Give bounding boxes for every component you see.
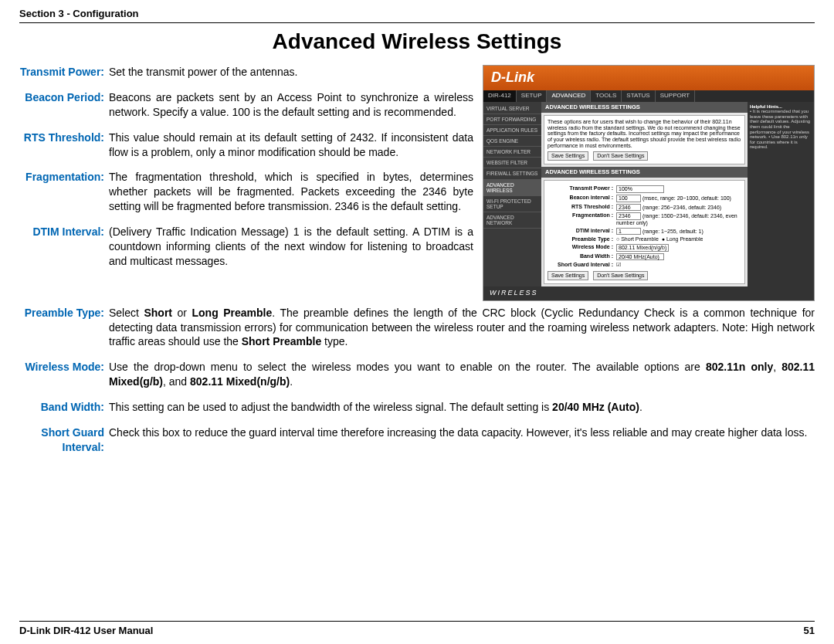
f-rts-v: 2346: [616, 204, 641, 212]
router-screenshot: D-Link DIR-412 SETUP ADVANCED TOOLS STAT…: [483, 65, 815, 301]
label-dtim-interval: DTIM Interval:: [19, 225, 109, 269]
label-fragmentation: Fragmentation:: [19, 170, 109, 214]
desc-fragmentation: The fragmentation threshold, which is sp…: [109, 170, 473, 214]
nav-tools: TOOLS: [591, 90, 622, 102]
hints-body: • It is recommended that you leave these…: [750, 109, 812, 150]
f-fr-v: 2346: [616, 212, 641, 220]
f-wm-l: Wireless Mode :: [548, 244, 616, 252]
f-tp-v: 100%: [616, 185, 664, 193]
shot-save-btn: Save Settings: [548, 151, 588, 161]
label-transmit-power: Transmit Power:: [19, 65, 109, 80]
label-rts-threshold: RTS Threshold:: [19, 130, 109, 160]
f-bi-l: Beacon interval :: [548, 195, 616, 202]
side-item: VIRTUAL SERVER: [483, 103, 541, 114]
side-item: ADVANCED NETWORK: [483, 212, 541, 229]
nav-support: SUPPORT: [656, 90, 696, 102]
footer-page: 51: [804, 625, 815, 636]
nav-setup: SETUP: [517, 90, 548, 102]
side-item-selected: ADVANCED WIRELESS: [483, 180, 541, 196]
side-item: NETWORK FILTER: [483, 147, 541, 158]
footer-manual: D-Link DIR-412 User Manual: [19, 625, 153, 636]
f-dt-l: DTIM interval :: [548, 228, 616, 236]
side-item: QOS ENGINE: [483, 136, 541, 147]
f-rts-l: RTS Threshold :: [548, 204, 616, 212]
f-tp-l: Transmit Power :: [548, 185, 616, 193]
desc-preamble-type: Select Short or Long Preamble. The pream…: [109, 306, 815, 350]
shot-footer: WIRELESS: [483, 286, 814, 300]
desc-band-width: This setting can be used to adjust the b…: [109, 400, 815, 415]
f-dt-v: 1: [616, 228, 641, 236]
f-rts-h: (range: 256~2346, default: 2346): [642, 205, 721, 210]
label-short-guard: Short GuardInterval:: [19, 425, 109, 455]
label-preamble-type: Preamble Type:: [19, 306, 109, 350]
label-band-width: Band Width:: [19, 400, 109, 415]
nav-advanced: ADVANCED: [547, 90, 591, 102]
shot-sidebar: VIRTUAL SERVER PORT FORWARDING APPLICATI…: [483, 102, 541, 286]
desc-transmit-power: Set the transmit power of the antennas.: [109, 65, 473, 80]
side-item: PORT FORWARDING: [483, 114, 541, 125]
label-wireless-mode: Wireless Mode:: [19, 360, 109, 389]
side-item: APPLICATION RULES: [483, 125, 541, 136]
f-bi-h: (msec, range: 20~1000, default: 100): [642, 195, 731, 201]
top-rule: [19, 22, 815, 23]
side-item: WI-FI PROTECTED SETUP: [483, 196, 541, 212]
desc-rts-threshold: This value should remain at its default …: [109, 130, 473, 160]
f-pt-s: Short Preamble: [621, 236, 659, 242]
brand-banner: D-Link: [483, 66, 814, 90]
f-pt-l: Preamble Type :: [548, 236, 616, 242]
desc-short-guard: Check this box to reduce the guard inter…: [109, 425, 815, 455]
f-fr-l: Fragmentation :: [548, 212, 616, 225]
device-id: DIR-412: [483, 90, 517, 102]
f-pt-lp: Long Preamble: [666, 236, 703, 242]
label-beacon-period: Beacon Period:: [19, 90, 109, 120]
f-bw-v: 20/40 MHz(Auto): [616, 253, 664, 261]
side-item: WEBSITE FILTER: [483, 158, 541, 168]
page-title: Advanced Wireless Settings: [19, 29, 815, 54]
shot-bar2: ADVANCED WIRELESS SETTINGS: [541, 167, 748, 178]
f-bi-v: 100: [616, 195, 641, 202]
shot-save-btn2: Save Settings: [548, 271, 588, 280]
f-wm-v: 802.11 Mixed(n/g/b): [616, 244, 669, 252]
side-item: FIREWALL SETTINGS: [483, 168, 541, 179]
desc-wireless-mode: Use the drop-down menu to select the wir…: [109, 360, 815, 389]
f-bw-l: Band Width :: [548, 253, 616, 261]
f-dt-h: (range: 1~255, default: 1): [642, 229, 703, 234]
hints-title: Helpful Hints...: [750, 104, 812, 110]
shot-navbar: DIR-412 SETUP ADVANCED TOOLS STATUS SUPP…: [483, 90, 814, 102]
nav-status: STATUS: [622, 90, 655, 102]
shot-dont-save-btn2: Don't Save Settings: [593, 271, 648, 280]
desc-dtim-interval: (Delivery Traffic Indication Message) 1 …: [109, 225, 473, 269]
bottom-rule: [19, 621, 815, 622]
shot-dont-save-btn: Don't Save Settings: [593, 151, 648, 161]
section-header: Section 3 - Configuration: [19, 8, 815, 19]
shot-intro: These options are for users that wish to…: [548, 119, 741, 148]
shot-bar1: ADVANCED WIRELESS SETTINGS: [541, 102, 748, 113]
f-sg-l: Short Guard Interval :: [548, 262, 616, 268]
desc-beacon-period: Beacons are packets sent by an Access Po…: [109, 90, 473, 120]
